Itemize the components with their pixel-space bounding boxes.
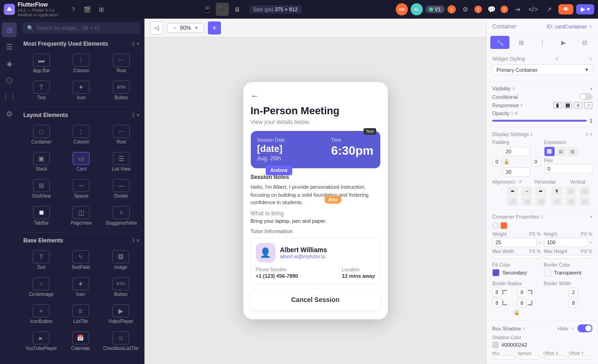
flex-input[interactable]: 0 [544,164,593,173]
container-expand-icon[interactable]: ▾ [590,214,592,219]
shadow-toggle[interactable] [577,324,592,332]
align-h-center[interactable]: ↔ [521,186,532,196]
sidebar-pages-icon[interactable]: ☰ [2,39,17,54]
primary-container-dropdown[interactable]: Primary Container ▾ [492,64,592,75]
widget-card[interactable]: ▭Card [62,149,101,174]
tab-grid[interactable]: ⊟ [575,36,594,49]
sidebar-widgets-icon[interactable]: ⊞ [2,22,17,37]
padding-bottom-input[interactable]: 20 [502,167,530,177]
widget-icon-base[interactable]: ✦Icon [62,275,100,300]
expansion-btn-3[interactable]: ▥ [568,147,578,156]
align-v-tc[interactable]: ⬜ [565,186,577,196]
display-info-icon[interactable]: ℹ [531,132,532,137]
container-info-icon[interactable]: ℹ [541,214,543,219]
offset-x-input[interactable] [543,356,567,359]
expansion-btn-1[interactable]: ⬜ [544,147,555,156]
weight-value-input[interactable]: 25 [492,238,537,247]
sidebar-data-icon[interactable]: ⋮⋮ [2,89,17,104]
run-button[interactable]: ▶ ▾ [576,4,594,14]
max-width-input[interactable] [492,255,541,259]
resp-tablet-icon[interactable]: ⬛ [564,102,572,109]
widget-listview[interactable]: ☰List View [102,149,140,174]
widget-column-2[interactable]: ⋮Column [62,122,101,147]
visibility-info-icon[interactable]: ℹ [513,86,514,91]
zoom-out-btn[interactable]: − [171,25,178,31]
align-v-tl[interactable]: ⬆ [551,186,563,196]
visibility-expand-icon[interactable]: ▾ [590,86,592,91]
widget-image[interactable]: 🖼Image [101,247,140,273]
share-icon[interactable]: ⇥ [511,3,524,16]
max-height-input[interactable] [544,255,593,259]
align-v-bl[interactable]: ⬜ [551,197,563,206]
bw-tr[interactable]: 2 [569,288,578,297]
tab-table[interactable]: ⊞ [511,36,530,49]
widget-text[interactable]: TText [22,78,61,103]
opacity-info-icon[interactable]: ℹ [511,111,513,116]
widget-container[interactable]: □Container [22,122,61,147]
tab-play[interactable]: ▶ [554,36,573,49]
offset-y-input[interactable] [569,356,592,359]
widget-checkboxlisttile[interactable]: ☑CheckboxListTile [101,329,140,354]
notification-badge-2[interactable]: 3 [501,6,508,13]
widget-icon[interactable]: ✦Icon [62,78,101,103]
widget-videoplayer[interactable]: ▶VideoPlayer [101,302,140,327]
add-widget-btn[interactable]: + [208,21,221,34]
chat-badge[interactable]: 2 [474,6,482,13]
shadow-external-icon[interactable]: ↗ [571,326,575,331]
back-canvas-btn[interactable]: ◁ [150,21,163,34]
color-circle[interactable] [492,222,499,229]
code-icon[interactable]: </> [527,3,540,16]
widget-stack[interactable]: ▣Stack [22,149,61,174]
grid-icon[interactable]: ⊞ [96,4,107,15]
widget-staggered[interactable]: ⊟StaggeredView [102,203,140,228]
cancel-session-button[interactable]: Cancel Session [251,289,380,310]
v1-badge[interactable]: V1 [426,6,445,13]
preview-button[interactable]: 👁 [558,4,573,14]
expansion-btn-2[interactable]: ▤ [556,147,566,156]
tab-columns[interactable]: ⋮ [533,36,552,49]
edit-id-icon[interactable]: ✎ [589,24,592,29]
tablet-btn[interactable]: ⬛ [216,3,229,16]
sidebar-components-icon[interactable]: ◈ [2,56,17,71]
conditional-toggle[interactable] [579,93,592,100]
mobile-portrait-btn[interactable]: 📱 [201,3,214,16]
align-v-br[interactable]: ⬜ [579,197,591,206]
widget-text-base[interactable]: TText [22,247,60,273]
align-info-icon[interactable]: ℹ [514,180,515,185]
collapse-icon[interactable]: ▾ [137,41,139,47]
styling-edit-icon[interactable]: ✎ [589,56,592,62]
search-input[interactable]: 🔍 Search for widget... (⌘ + F) [22,22,140,34]
widget-youtubeplayer[interactable]: ▶YouTubePlayer [22,329,60,354]
padding-right-input[interactable]: 0 [531,157,541,166]
br-br[interactable]: 8 [517,298,527,308]
info-icon-3[interactable]: ℹ [132,237,135,244]
widget-button[interactable]: BTNButton [102,78,140,103]
info-icon[interactable]: ℹ [132,41,135,47]
sidebar-settings-icon[interactable]: ⚙ [2,106,17,121]
bw-br[interactable]: 8 [569,298,578,308]
chat-icon[interactable]: 💬 [485,3,498,16]
br-tl[interactable]: 8 [492,288,502,297]
widget-column[interactable]: ⋮Column [62,51,101,76]
widget-spacer[interactable]: ↔Spacer [62,176,101,201]
back-arrow[interactable]: ← [251,91,380,101]
align-v-tr[interactable]: ⬜ [579,186,591,196]
shadow-info-icon[interactable]: ℹ [523,326,524,331]
zoom-in-btn[interactable]: + [193,25,200,31]
align-h-bc[interactable]: ⬜ [521,197,532,206]
widget-button-base[interactable]: BTNButton [101,275,140,300]
widget-textfield[interactable]: ✎TextField [62,247,100,273]
info-icon-2[interactable]: ℹ [132,112,135,118]
padding-left-input[interactable]: 0 [492,157,502,166]
br-tr[interactable]: 8 [517,288,527,297]
align-reset-icon[interactable]: ↺ [518,179,527,185]
widget-appbar[interactable]: ▬App Bar [22,51,61,76]
widget-row[interactable]: ⋯Row [102,51,140,76]
widget-listtile[interactable]: ☰ListTile [62,302,100,327]
padding-lock-icon[interactable]: 🔒 [502,158,510,165]
widget-pageview[interactable]: ◫PageView [62,203,101,228]
responsive-info-icon[interactable]: ℹ [521,103,522,108]
align-v-bc[interactable]: ⬜ [565,197,577,206]
notification-badge-1[interactable]: 1 [447,5,456,14]
fill-color-swatch[interactable] [492,269,500,276]
